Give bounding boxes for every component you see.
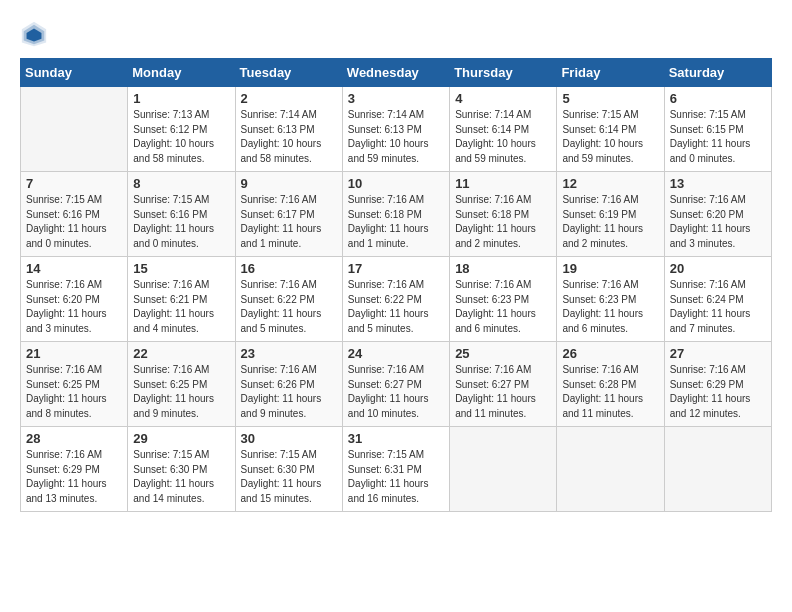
calendar-week-row: 7Sunrise: 7:15 AM Sunset: 6:16 PM Daylig… (21, 172, 772, 257)
weekday-header-row: SundayMondayTuesdayWednesdayThursdayFrid… (21, 59, 772, 87)
calendar-cell (21, 87, 128, 172)
calendar-cell: 14Sunrise: 7:16 AM Sunset: 6:20 PM Dayli… (21, 257, 128, 342)
day-info: Sunrise: 7:15 AM Sunset: 6:15 PM Dayligh… (670, 108, 766, 166)
calendar-week-row: 21Sunrise: 7:16 AM Sunset: 6:25 PM Dayli… (21, 342, 772, 427)
calendar-week-row: 14Sunrise: 7:16 AM Sunset: 6:20 PM Dayli… (21, 257, 772, 342)
day-number: 27 (670, 346, 766, 361)
day-info: Sunrise: 7:13 AM Sunset: 6:12 PM Dayligh… (133, 108, 229, 166)
day-number: 26 (562, 346, 658, 361)
day-info: Sunrise: 7:15 AM Sunset: 6:16 PM Dayligh… (133, 193, 229, 251)
calendar-cell: 3Sunrise: 7:14 AM Sunset: 6:13 PM Daylig… (342, 87, 449, 172)
calendar-cell: 17Sunrise: 7:16 AM Sunset: 6:22 PM Dayli… (342, 257, 449, 342)
calendar-week-row: 28Sunrise: 7:16 AM Sunset: 6:29 PM Dayli… (21, 427, 772, 512)
day-info: Sunrise: 7:16 AM Sunset: 6:29 PM Dayligh… (670, 363, 766, 421)
logo-icon (20, 20, 48, 48)
day-number: 3 (348, 91, 444, 106)
day-number: 4 (455, 91, 551, 106)
calendar-cell: 23Sunrise: 7:16 AM Sunset: 6:26 PM Dayli… (235, 342, 342, 427)
day-info: Sunrise: 7:16 AM Sunset: 6:22 PM Dayligh… (348, 278, 444, 336)
day-number: 15 (133, 261, 229, 276)
day-number: 7 (26, 176, 122, 191)
calendar-cell: 11Sunrise: 7:16 AM Sunset: 6:18 PM Dayli… (450, 172, 557, 257)
day-info: Sunrise: 7:15 AM Sunset: 6:31 PM Dayligh… (348, 448, 444, 506)
weekday-header-sunday: Sunday (21, 59, 128, 87)
day-number: 18 (455, 261, 551, 276)
day-info: Sunrise: 7:16 AM Sunset: 6:23 PM Dayligh… (455, 278, 551, 336)
day-info: Sunrise: 7:16 AM Sunset: 6:20 PM Dayligh… (26, 278, 122, 336)
day-number: 9 (241, 176, 337, 191)
day-info: Sunrise: 7:16 AM Sunset: 6:28 PM Dayligh… (562, 363, 658, 421)
weekday-header-tuesday: Tuesday (235, 59, 342, 87)
day-number: 14 (26, 261, 122, 276)
day-number: 24 (348, 346, 444, 361)
calendar-cell: 25Sunrise: 7:16 AM Sunset: 6:27 PM Dayli… (450, 342, 557, 427)
calendar-cell: 2Sunrise: 7:14 AM Sunset: 6:13 PM Daylig… (235, 87, 342, 172)
day-number: 19 (562, 261, 658, 276)
day-number: 21 (26, 346, 122, 361)
calendar-cell: 9Sunrise: 7:16 AM Sunset: 6:17 PM Daylig… (235, 172, 342, 257)
day-number: 13 (670, 176, 766, 191)
weekday-header-saturday: Saturday (664, 59, 771, 87)
day-number: 20 (670, 261, 766, 276)
calendar-cell: 20Sunrise: 7:16 AM Sunset: 6:24 PM Dayli… (664, 257, 771, 342)
calendar-cell: 7Sunrise: 7:15 AM Sunset: 6:16 PM Daylig… (21, 172, 128, 257)
calendar-cell: 30Sunrise: 7:15 AM Sunset: 6:30 PM Dayli… (235, 427, 342, 512)
calendar-cell: 22Sunrise: 7:16 AM Sunset: 6:25 PM Dayli… (128, 342, 235, 427)
day-info: Sunrise: 7:16 AM Sunset: 6:21 PM Dayligh… (133, 278, 229, 336)
calendar-cell (450, 427, 557, 512)
day-info: Sunrise: 7:15 AM Sunset: 6:30 PM Dayligh… (241, 448, 337, 506)
calendar-table: SundayMondayTuesdayWednesdayThursdayFrid… (20, 58, 772, 512)
calendar-cell: 15Sunrise: 7:16 AM Sunset: 6:21 PM Dayli… (128, 257, 235, 342)
day-info: Sunrise: 7:16 AM Sunset: 6:24 PM Dayligh… (670, 278, 766, 336)
day-info: Sunrise: 7:14 AM Sunset: 6:14 PM Dayligh… (455, 108, 551, 166)
weekday-header-monday: Monday (128, 59, 235, 87)
logo (20, 20, 52, 48)
calendar-cell: 16Sunrise: 7:16 AM Sunset: 6:22 PM Dayli… (235, 257, 342, 342)
day-info: Sunrise: 7:15 AM Sunset: 6:14 PM Dayligh… (562, 108, 658, 166)
day-number: 10 (348, 176, 444, 191)
calendar-cell: 21Sunrise: 7:16 AM Sunset: 6:25 PM Dayli… (21, 342, 128, 427)
day-info: Sunrise: 7:16 AM Sunset: 6:19 PM Dayligh… (562, 193, 658, 251)
day-info: Sunrise: 7:16 AM Sunset: 6:25 PM Dayligh… (26, 363, 122, 421)
day-info: Sunrise: 7:16 AM Sunset: 6:29 PM Dayligh… (26, 448, 122, 506)
calendar-cell: 12Sunrise: 7:16 AM Sunset: 6:19 PM Dayli… (557, 172, 664, 257)
day-number: 11 (455, 176, 551, 191)
day-info: Sunrise: 7:16 AM Sunset: 6:23 PM Dayligh… (562, 278, 658, 336)
day-info: Sunrise: 7:15 AM Sunset: 6:16 PM Dayligh… (26, 193, 122, 251)
calendar-cell: 27Sunrise: 7:16 AM Sunset: 6:29 PM Dayli… (664, 342, 771, 427)
calendar-cell: 18Sunrise: 7:16 AM Sunset: 6:23 PM Dayli… (450, 257, 557, 342)
calendar-cell: 26Sunrise: 7:16 AM Sunset: 6:28 PM Dayli… (557, 342, 664, 427)
day-number: 12 (562, 176, 658, 191)
day-number: 29 (133, 431, 229, 446)
calendar-cell: 29Sunrise: 7:15 AM Sunset: 6:30 PM Dayli… (128, 427, 235, 512)
day-number: 28 (26, 431, 122, 446)
day-number: 23 (241, 346, 337, 361)
calendar-cell: 10Sunrise: 7:16 AM Sunset: 6:18 PM Dayli… (342, 172, 449, 257)
day-info: Sunrise: 7:16 AM Sunset: 6:22 PM Dayligh… (241, 278, 337, 336)
calendar-cell: 13Sunrise: 7:16 AM Sunset: 6:20 PM Dayli… (664, 172, 771, 257)
day-info: Sunrise: 7:16 AM Sunset: 6:18 PM Dayligh… (348, 193, 444, 251)
day-info: Sunrise: 7:16 AM Sunset: 6:20 PM Dayligh… (670, 193, 766, 251)
calendar-cell: 24Sunrise: 7:16 AM Sunset: 6:27 PM Dayli… (342, 342, 449, 427)
day-number: 22 (133, 346, 229, 361)
page-header (20, 20, 772, 48)
weekday-header-friday: Friday (557, 59, 664, 87)
calendar-cell: 4Sunrise: 7:14 AM Sunset: 6:14 PM Daylig… (450, 87, 557, 172)
day-info: Sunrise: 7:14 AM Sunset: 6:13 PM Dayligh… (348, 108, 444, 166)
day-info: Sunrise: 7:16 AM Sunset: 6:18 PM Dayligh… (455, 193, 551, 251)
calendar-cell: 28Sunrise: 7:16 AM Sunset: 6:29 PM Dayli… (21, 427, 128, 512)
calendar-cell: 5Sunrise: 7:15 AM Sunset: 6:14 PM Daylig… (557, 87, 664, 172)
day-number: 16 (241, 261, 337, 276)
day-number: 5 (562, 91, 658, 106)
weekday-header-wednesday: Wednesday (342, 59, 449, 87)
day-info: Sunrise: 7:16 AM Sunset: 6:17 PM Dayligh… (241, 193, 337, 251)
day-info: Sunrise: 7:16 AM Sunset: 6:27 PM Dayligh… (348, 363, 444, 421)
weekday-header-thursday: Thursday (450, 59, 557, 87)
calendar-week-row: 1Sunrise: 7:13 AM Sunset: 6:12 PM Daylig… (21, 87, 772, 172)
calendar-cell (664, 427, 771, 512)
calendar-cell: 6Sunrise: 7:15 AM Sunset: 6:15 PM Daylig… (664, 87, 771, 172)
day-number: 30 (241, 431, 337, 446)
calendar-cell: 31Sunrise: 7:15 AM Sunset: 6:31 PM Dayli… (342, 427, 449, 512)
day-number: 1 (133, 91, 229, 106)
day-number: 25 (455, 346, 551, 361)
